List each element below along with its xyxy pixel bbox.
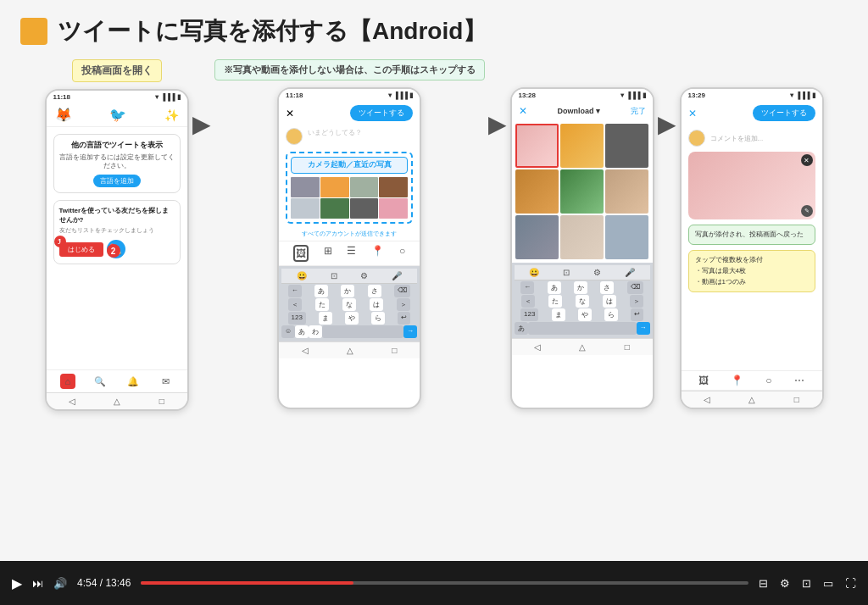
kb3-copy[interactable]: ⊡ — [563, 268, 570, 277]
circle-toolbar-icon[interactable]: ○ — [399, 245, 405, 262]
tweet-button[interactable]: ツイートする — [350, 105, 413, 121]
miniplayer-icon[interactable]: ⊡ — [802, 577, 811, 590]
more4-icon[interactable]: ⋯ — [794, 375, 804, 386]
kb-send[interactable]: → — [403, 325, 417, 338]
photo-building[interactable] — [515, 215, 559, 259]
kb-ta[interactable]: た — [315, 298, 329, 311]
list-toolbar-icon[interactable]: ☰ — [347, 245, 356, 262]
photo-dog[interactable] — [605, 169, 648, 214]
notifications-nav-icon[interactable]: 🔔 — [125, 374, 141, 389]
kb3-ya[interactable]: や — [578, 308, 592, 321]
progress-bar[interactable] — [141, 581, 748, 585]
home-btn[interactable]: △ — [114, 397, 120, 406]
kb3-ra[interactable]: ら — [604, 308, 618, 321]
kb3-ha[interactable]: は — [603, 295, 616, 308]
recents-btn4[interactable]: □ — [794, 395, 799, 404]
kb3-sa[interactable]: さ — [600, 281, 614, 294]
kb-space[interactable] — [322, 325, 403, 338]
kb3-space[interactable] — [528, 322, 637, 335]
photo-dark1[interactable] — [605, 124, 648, 168]
close3-icon[interactable]: ✕ — [519, 105, 527, 117]
close-icon[interactable]: ✕ — [286, 108, 294, 119]
back-btn2[interactable]: ◁ — [302, 346, 309, 355]
start-button[interactable]: はじめる — [59, 242, 103, 257]
subtitles-icon[interactable]: ⊟ — [759, 577, 768, 590]
kb3-ma[interactable]: ま — [552, 308, 565, 321]
close-photo-icon[interactable]: ✕ — [801, 154, 813, 166]
kb3-gt[interactable]: ＞ — [630, 295, 643, 308]
kb-123[interactable]: 123 — [288, 312, 306, 325]
kb-del[interactable]: ⌫ — [394, 285, 410, 297]
kb3-na[interactable]: な — [576, 295, 589, 308]
fullscreen-icon[interactable]: ⛶ — [845, 577, 856, 590]
kb-enter[interactable]: ↩ — [398, 312, 410, 325]
home-nav-icon[interactable]: ⌂ — [60, 374, 75, 389]
back-btn[interactable]: ◁ — [69, 397, 75, 406]
kb3-back[interactable]: ← — [520, 281, 534, 294]
close4-icon[interactable]: ✕ — [688, 108, 697, 119]
photo-flower-selected[interactable] — [515, 124, 559, 168]
kb-a[interactable]: あ — [314, 285, 328, 297]
photo-person[interactable] — [560, 215, 604, 259]
recents-btn2[interactable]: □ — [392, 346, 397, 355]
kb-ha[interactable]: は — [370, 298, 383, 311]
kb3-lt[interactable]: ＜ — [521, 295, 535, 308]
kb-ma[interactable]: ま — [319, 312, 332, 325]
kb3-ka[interactable]: か — [574, 281, 587, 294]
search-nav-icon[interactable]: 🔍 — [92, 374, 108, 389]
kb-mic[interactable]: 🎤 — [392, 271, 402, 280]
kb-gt[interactable]: ＞ — [397, 298, 410, 311]
recents-btn3[interactable]: □ — [625, 342, 630, 352]
home-btn3[interactable]: △ — [579, 342, 586, 352]
kb3-send[interactable]: → — [637, 322, 650, 335]
tweet-button4[interactable]: ツイートする — [753, 105, 815, 121]
kb3-emoji[interactable]: 😀 — [529, 268, 539, 277]
recents-btn[interactable]: □ — [159, 397, 164, 406]
kb-copy[interactable]: ⊡ — [331, 271, 337, 280]
kb-emoji2[interactable]: ☺ — [281, 325, 295, 338]
location4-icon[interactable]: 📍 — [731, 375, 743, 386]
kb3-del[interactable]: ⌫ — [627, 281, 643, 294]
kb-emoji[interactable]: 😀 — [297, 271, 307, 280]
kb3-ta[interactable]: た — [548, 295, 562, 308]
photo4-icon[interactable]: 🖼 — [698, 375, 709, 386]
gif-toolbar-icon[interactable]: ⊞ — [324, 245, 332, 262]
photo-other[interactable] — [605, 215, 648, 259]
kb-na[interactable]: な — [342, 298, 356, 311]
location-toolbar-icon[interactable]: 📍 — [371, 245, 384, 262]
kb-a2[interactable]: あ — [295, 325, 309, 338]
kb3-a[interactable]: あ — [548, 281, 561, 294]
kb-wa[interactable]: わ — [309, 325, 322, 338]
next-button[interactable]: ⏭ — [32, 577, 43, 590]
kb3-123[interactable]: 123 — [520, 308, 538, 321]
back-btn3[interactable]: ◁ — [534, 342, 541, 352]
kb-back[interactable]: ← — [288, 285, 302, 297]
edit-photo-icon[interactable]: ✎ — [801, 205, 813, 217]
play-button[interactable]: ▶ — [12, 575, 22, 591]
photo-orange[interactable] — [560, 124, 604, 168]
kb3-enter[interactable]: ↩ — [631, 308, 643, 321]
messages-nav-icon[interactable]: ✉ — [158, 374, 173, 389]
kb-sa[interactable]: さ — [368, 285, 381, 297]
photo-cell-8 — [379, 198, 408, 219]
kb-settings[interactable]: ⚙ — [360, 271, 368, 280]
photo-toolbar-icon[interactable]: 🖼 — [293, 245, 309, 262]
kb3-settings[interactable]: ⚙ — [593, 268, 601, 277]
kb-ya[interactable]: や — [345, 312, 359, 325]
home-btn2[interactable]: △ — [347, 346, 353, 355]
home-btn4[interactable]: △ — [748, 395, 755, 404]
back-btn4[interactable]: ◁ — [704, 395, 710, 404]
theater-icon[interactable]: ▭ — [823, 577, 833, 590]
add-language-button[interactable]: 言語を追加 — [93, 175, 141, 187]
kb-ka[interactable]: か — [341, 285, 354, 297]
kb-lt[interactable]: ＜ — [288, 298, 302, 311]
volume-button[interactable]: 🔊 — [53, 577, 67, 590]
settings-icon[interactable]: ⚙ — [780, 577, 790, 590]
circle4-icon[interactable]: ○ — [765, 375, 771, 386]
photo-park[interactable] — [560, 169, 604, 214]
photo-market[interactable] — [515, 169, 559, 214]
kb-ra[interactable]: ら — [371, 312, 385, 325]
done-button[interactable]: 完了 — [631, 106, 646, 117]
kb3-emoji2[interactable]: あ — [515, 322, 528, 335]
kb3-mic[interactable]: 🎤 — [625, 268, 635, 277]
